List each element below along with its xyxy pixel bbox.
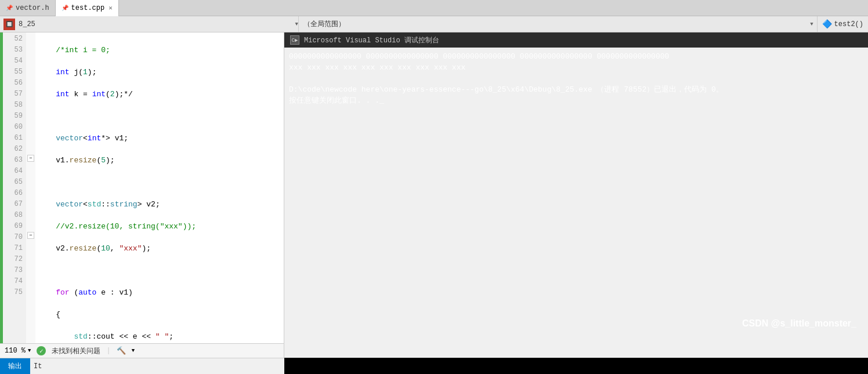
collapse-btn-63[interactable]: − <box>27 155 34 162</box>
tab-label: test.cpp <box>71 4 105 12</box>
toolbar: 🔲 8_25 ▼ （全局范围） ▼ 🔷 test2() <box>0 16 868 32</box>
tab-pin-icon: 📌 <box>62 5 68 12</box>
collapse-btn-69[interactable]: − <box>27 232 34 239</box>
zoom-value: 110 % <box>5 347 26 355</box>
status-check-icon: ✓ <box>37 346 46 355</box>
toolbar-scope-label: （全局范围） <box>299 19 810 29</box>
console-titlebar: C▶ Microsoft Visual Studio 调试控制台 <box>284 32 868 48</box>
build-icon: 🔨 <box>117 346 126 355</box>
toolbar-scope-dropdown[interactable]: （全局范围） ▼ <box>299 16 818 32</box>
console-panel: C▶ Microsoft Visual Studio 调试控制台 0000000… <box>284 32 868 358</box>
toolbar-middle-arrow: ▼ <box>810 21 813 27</box>
console-title: Microsoft Visual Studio 调试控制台 <box>304 35 439 45</box>
bottom-left-text: It <box>30 362 42 371</box>
watermark: CSDN @s_little_monster_ <box>742 318 856 329</box>
project-icon: 🔲 <box>3 19 15 30</box>
collapse-column: − − <box>26 32 35 343</box>
code-content[interactable]: /*int i = 0; int j(1); int k = int(2);*/… <box>35 32 284 343</box>
code-editor: 52 53 54 55 56 57 58 59 60 61 62 63 64 6… <box>0 32 284 358</box>
console-body[interactable]: 0000000000000000 0000000000000000 000000… <box>284 48 868 358</box>
tab-label: vector.h <box>16 4 49 12</box>
no-problems-text: 未找到相关问题 <box>52 346 100 356</box>
toolbar-project-dropdown[interactable]: 8_25 <box>19 20 295 28</box>
tab-bar: 📌 vector.h 📌 test.cpp ✕ <box>0 0 868 16</box>
console-line-4: D:\code\newcode here\one-years-essence--… <box>289 84 863 95</box>
tab-test-cpp[interactable]: 📌 test.cpp ✕ <box>56 0 119 16</box>
tab-vector-h[interactable]: 📌 vector.h <box>0 0 56 16</box>
zoom-control[interactable]: 110 % ▼ <box>5 347 31 355</box>
function-icon: 🔷 <box>822 19 832 29</box>
toolbar-left-arrow: ▼ <box>295 21 298 27</box>
console-line-5: 按任意键关闭此窗口. . ._ <box>289 95 863 106</box>
toolbar-function-label: test2() <box>834 20 863 28</box>
console-line-1: 0000000000000000 0000000000000000 000000… <box>289 51 863 62</box>
status-divider: | <box>106 347 110 355</box>
console-line-2: xxx xxx xxx xxx xxx xxx xxx xxx xxx xxx <box>289 62 863 73</box>
tab-pin-icon: 📌 <box>6 5 13 12</box>
console-line-3 <box>289 73 863 84</box>
output-tab[interactable]: 输出 <box>0 358 30 375</box>
bottom-section: 输出 It <box>0 358 868 374</box>
bottom-left: 输出 It <box>0 358 284 374</box>
build-dropdown-arrow[interactable]: ▼ <box>132 348 135 354</box>
output-tab-label: 输出 <box>8 361 22 371</box>
toolbar-location[interactable]: 🔲 8_25 ▼ <box>0 16 299 32</box>
tab-close-button[interactable]: ✕ <box>108 4 113 12</box>
code-area[interactable]: 52 53 54 55 56 57 58 59 60 61 62 63 64 6… <box>0 32 284 343</box>
console-app-icon: C▶ <box>290 35 299 45</box>
console-bottom <box>284 358 868 374</box>
toolbar-function[interactable]: 🔷 test2() <box>818 16 868 32</box>
line-numbers: 52 53 54 55 56 57 58 59 60 61 62 63 64 6… <box>3 32 26 343</box>
editor-status-bar: 110 % ▼ ✓ 未找到相关问题 | 🔨 ▼ <box>0 343 284 358</box>
zoom-dropdown-arrow[interactable]: ▼ <box>28 348 31 354</box>
